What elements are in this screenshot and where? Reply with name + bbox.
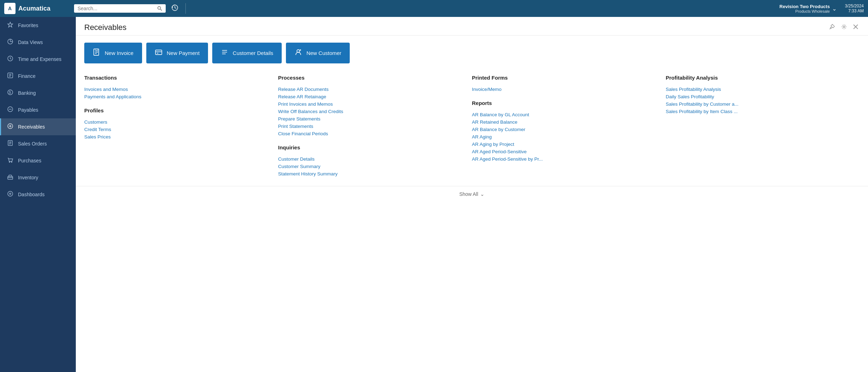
sidebar-label-finance: Finance bbox=[18, 73, 36, 79]
link-customers[interactable]: Customers bbox=[84, 118, 273, 126]
svg-point-25 bbox=[10, 193, 11, 194]
svg-line-1 bbox=[160, 9, 162, 11]
sidebar-icon-dashboards bbox=[7, 191, 14, 198]
link-ar-aged-period-sensitive-pr[interactable]: AR Aged Period-Sensitive by Pr... bbox=[472, 155, 660, 163]
link-sales-profitability-customer[interactable]: Sales Profitability by Customer a... bbox=[666, 100, 854, 108]
quick-action-customer-details[interactable]: Customer Details bbox=[212, 43, 282, 63]
quick-action-new-invoice[interactable]: New Invoice bbox=[84, 43, 142, 63]
link-sales-profitability-analysis[interactable]: Sales Profitability Analysis bbox=[666, 86, 854, 93]
section-processes: Processes Release AR DocumentsRelease AR… bbox=[278, 72, 472, 180]
sidebar: FavoritesData ViewsTime and ExpensesFina… bbox=[0, 17, 76, 372]
link-release-ar-retainage[interactable]: Release AR Retainage bbox=[278, 93, 466, 100]
link-print-invoices-memos[interactable]: Print Invoices and Memos bbox=[278, 100, 466, 108]
printed-forms-title: Printed Forms bbox=[472, 75, 660, 82]
settings-button[interactable] bbox=[840, 23, 848, 32]
section-profitability: Profitability Analysis Sales Profitabili… bbox=[666, 72, 860, 180]
quick-action-label-customer-details: Customer Details bbox=[233, 50, 273, 56]
link-ar-aging[interactable]: AR Aging bbox=[472, 133, 660, 141]
date-time: 3/25/2024 7:33 AM bbox=[845, 4, 864, 13]
svg-rect-34 bbox=[155, 50, 162, 55]
link-print-statements[interactable]: Print Statements bbox=[278, 123, 466, 130]
svg-point-20 bbox=[9, 162, 10, 162]
quick-action-new-payment[interactable]: New Payment bbox=[146, 43, 208, 63]
company-name: Revision Two Products bbox=[780, 4, 830, 9]
sidebar-label-time-expenses: Time and Expenses bbox=[18, 56, 61, 62]
search-button[interactable] bbox=[157, 6, 162, 11]
history-button[interactable] bbox=[169, 3, 181, 14]
sidebar-item-payables[interactable]: Payables bbox=[0, 101, 76, 118]
link-ar-aged-period-sensitive[interactable]: AR Aged Period-Sensitive bbox=[472, 148, 660, 155]
pin-button[interactable] bbox=[828, 23, 836, 32]
sidebar-label-receivables: Receivables bbox=[18, 124, 45, 130]
quick-action-icon-new-payment bbox=[155, 48, 163, 58]
show-all-bar[interactable]: Show All ⌄ bbox=[76, 186, 868, 202]
sidebar-item-data-views[interactable]: Data Views bbox=[0, 34, 76, 51]
section-transactions: Transactions Invoices and MemosPayments … bbox=[84, 72, 278, 180]
svg-rect-22 bbox=[8, 176, 13, 179]
link-sales-prices[interactable]: Sales Prices bbox=[84, 133, 273, 141]
show-all-label: Show All bbox=[459, 191, 478, 197]
sidebar-icon-payables bbox=[7, 106, 14, 114]
search-input[interactable] bbox=[78, 6, 155, 11]
link-ar-balance-gl[interactable]: AR Balance by GL Account bbox=[472, 111, 660, 118]
sidebar-item-time-expenses[interactable]: Time and Expenses bbox=[0, 51, 76, 68]
section-printed-forms: Printed Forms Invoice/Memo Reports AR Ba… bbox=[472, 72, 666, 180]
sections-grid: Transactions Invoices and MemosPayments … bbox=[76, 69, 868, 186]
sidebar-icon-finance bbox=[7, 72, 14, 80]
sidebar-label-payables: Payables bbox=[18, 107, 38, 113]
page-header-actions bbox=[828, 23, 860, 32]
sidebar-item-purchases[interactable]: Purchases bbox=[0, 152, 76, 169]
link-statement-history-summary[interactable]: Statement History Summary bbox=[278, 170, 466, 178]
quick-action-new-customer[interactable]: New Customer bbox=[286, 43, 350, 63]
processes-links: Release AR DocumentsRelease AR Retainage… bbox=[278, 86, 466, 137]
quick-action-label-new-payment: New Payment bbox=[167, 50, 200, 56]
sidebar-item-dashboards[interactable]: Dashboards bbox=[0, 186, 76, 203]
link-invoices-memos[interactable]: Invoices and Memos bbox=[84, 86, 273, 93]
sidebar-item-sales-orders[interactable]: Sales Orders bbox=[0, 135, 76, 152]
sidebar-item-receivables[interactable]: Receivables bbox=[0, 118, 76, 135]
sidebar-icon-receivables bbox=[7, 123, 14, 131]
quick-action-label-new-customer: New Customer bbox=[306, 50, 341, 56]
svg-text:$: $ bbox=[9, 90, 11, 94]
link-release-ar-documents[interactable]: Release AR Documents bbox=[278, 86, 466, 93]
nav-separator bbox=[185, 3, 186, 14]
svg-point-24 bbox=[8, 191, 13, 196]
sidebar-item-favorites[interactable]: Favorites bbox=[0, 17, 76, 34]
sidebar-item-finance[interactable]: Finance bbox=[0, 68, 76, 85]
profitability-title: Profitability Analysis bbox=[666, 75, 854, 82]
link-close-financial-periods[interactable]: Close Financial Periods bbox=[278, 130, 466, 137]
sidebar-icon-sales-orders bbox=[7, 140, 14, 148]
sidebar-item-inventory[interactable]: Inventory bbox=[0, 169, 76, 186]
link-customer-summary[interactable]: Customer Summary bbox=[278, 163, 466, 170]
link-sales-profitability-item-class[interactable]: Sales Profitability by Item Class ... bbox=[666, 108, 854, 115]
profitability-links: Sales Profitability AnalysisDaily Sales … bbox=[666, 86, 854, 115]
sidebar-item-banking[interactable]: $Banking bbox=[0, 85, 76, 101]
link-credit-terms[interactable]: Credit Terms bbox=[84, 126, 273, 133]
sidebar-icon-time-expenses bbox=[7, 55, 14, 63]
link-write-off-balances[interactable]: Write Off Balances and Credits bbox=[278, 108, 466, 115]
inquiries-title: Inquiries bbox=[278, 144, 466, 152]
link-customer-details-inq[interactable]: Customer Details bbox=[278, 155, 466, 163]
logo-area[interactable]: A Acumatica bbox=[4, 3, 71, 14]
quick-actions: New InvoiceNew PaymentCustomer DetailsNe… bbox=[76, 36, 868, 69]
link-payments-applications[interactable]: Payments and Applications bbox=[84, 93, 273, 100]
sidebar-label-dashboards: Dashboards bbox=[18, 192, 45, 197]
quick-action-icon-new-invoice bbox=[93, 48, 100, 58]
search-bar[interactable] bbox=[74, 4, 166, 13]
sidebar-label-purchases: Purchases bbox=[18, 158, 41, 163]
company-info[interactable]: Revision Two Products Products Wholesale… bbox=[780, 4, 837, 13]
company-dropdown-icon[interactable]: ⌄ bbox=[832, 5, 837, 12]
sidebar-label-inventory: Inventory bbox=[18, 175, 38, 180]
close-button[interactable] bbox=[852, 23, 860, 32]
sidebar-icon-favorites bbox=[7, 21, 14, 29]
sidebar-icon-inventory bbox=[7, 174, 14, 181]
link-invoice-memo[interactable]: Invoice/Memo bbox=[472, 86, 660, 93]
link-daily-sales-profitability[interactable]: Daily Sales Profitability bbox=[666, 93, 854, 100]
link-ar-balance-customer[interactable]: AR Balance by Customer bbox=[472, 126, 660, 133]
company-sub: Products Wholesale bbox=[780, 9, 830, 13]
link-ar-aging-project[interactable]: AR Aging by Project bbox=[472, 141, 660, 148]
profiles-links: CustomersCredit TermsSales Prices bbox=[84, 118, 273, 141]
link-ar-retained-balance[interactable]: AR Retained Balance bbox=[472, 118, 660, 126]
quick-action-label-new-invoice: New Invoice bbox=[105, 50, 134, 56]
link-prepare-statements[interactable]: Prepare Statements bbox=[278, 115, 466, 123]
